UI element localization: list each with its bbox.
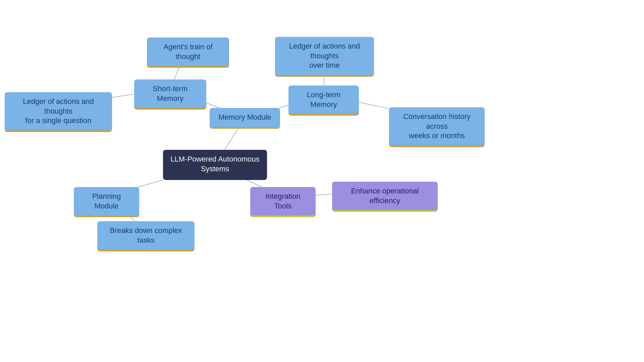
svg-line-10 [316, 194, 332, 195]
node-integration_tools: Integration Tools [250, 187, 316, 217]
node-label-center: LLM-Powered Autonomous Systems [170, 155, 259, 173]
node-center: LLM-Powered Autonomous Systems [163, 150, 267, 180]
svg-line-6 [359, 102, 389, 109]
node-agent_train: Agent's train of thought [147, 38, 229, 68]
node-memory_module: Memory Module [210, 108, 280, 129]
svg-line-0 [225, 128, 238, 150]
node-label-agent_train: Agent's train of thought [163, 43, 212, 61]
svg-line-4 [112, 94, 134, 98]
node-enhance_efficiency: Enhance operational efficiency [332, 182, 438, 212]
node-label-breaks_down: Breaks down complex tasks [110, 226, 182, 244]
node-planning_module: Planning Module [74, 187, 139, 217]
node-label-planning_module: Planning Module [92, 192, 121, 210]
node-label-enhance_efficiency: Enhance operational efficiency [351, 187, 419, 205]
node-ledger_time: Ledger of actions and thoughts over time [275, 37, 374, 77]
node-label-memory_module: Memory Module [218, 113, 271, 121]
svg-line-7 [139, 180, 163, 187]
node-short_term: Short-term Memory [134, 79, 206, 110]
node-label-ledger_single: Ledger of actions and thoughts for a sin… [23, 97, 94, 125]
node-ledger_single: Ledger of actions and thoughts for a sin… [5, 92, 112, 132]
node-label-conversation_history: Conversation history across weeks or mon… [403, 112, 471, 140]
node-long_term: Long-term Memory [288, 85, 359, 116]
svg-line-9 [247, 180, 262, 187]
node-label-integration_tools: Integration Tools [266, 192, 301, 210]
node-label-short_term: Short-term Memory [153, 84, 188, 103]
node-label-ledger_time: Ledger of actions and thoughts over time [289, 42, 360, 69]
node-label-long_term: Long-term Memory [307, 90, 340, 109]
node-breaks_down: Breaks down complex tasks [97, 221, 195, 251]
node-conversation_history: Conversation history across weeks or mon… [389, 107, 485, 147]
